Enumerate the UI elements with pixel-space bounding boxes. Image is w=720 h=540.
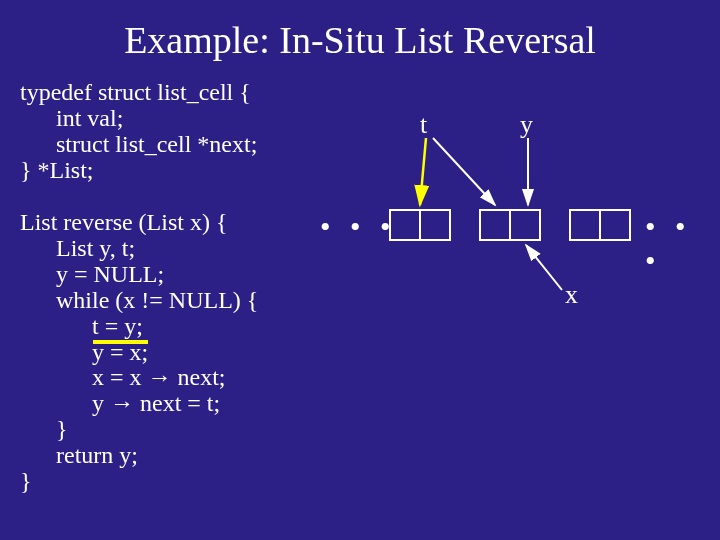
code-line: typedef struct list_cell { — [20, 79, 251, 105]
code-line: } — [20, 416, 68, 442]
code-line: x = x → next; — [20, 364, 226, 390]
code-line: y = NULL; — [20, 261, 164, 287]
pointer-label-t: t — [420, 110, 427, 140]
page-title: Example: In-Situ List Reversal — [0, 0, 720, 72]
list-diagram: t y x • • • • • • — [330, 100, 710, 340]
list-cell — [390, 210, 450, 240]
pointer-label-x: x — [565, 280, 578, 310]
dots-left: • • • — [320, 210, 397, 244]
code-line: List reverse (List x) { — [20, 209, 227, 235]
code-line: } *List; — [20, 157, 94, 183]
highlight-underline — [93, 340, 148, 344]
code-line: t = y; — [20, 313, 143, 339]
struct-definition: typedef struct list_cell { int val; stru… — [20, 80, 257, 184]
dots-right: • • • — [645, 210, 710, 278]
pointer-label-y: y — [520, 110, 533, 140]
arrow-t — [420, 138, 426, 205]
list-cell — [570, 210, 630, 240]
code-line: struct list_cell *next; — [20, 131, 257, 157]
function-definition: List reverse (List x) { List y, t; y = N… — [20, 210, 258, 495]
code-line: } — [20, 468, 32, 494]
code-line: while (x != NULL) { — [20, 287, 258, 313]
code-line: return y; — [20, 442, 138, 468]
list-cell — [480, 210, 540, 240]
code-line: int val; — [20, 105, 123, 131]
arrow-x — [526, 245, 562, 290]
code-line: y → next = t; — [20, 390, 220, 416]
code-line: List y, t; — [20, 235, 135, 261]
arrow-t-old — [433, 138, 495, 205]
